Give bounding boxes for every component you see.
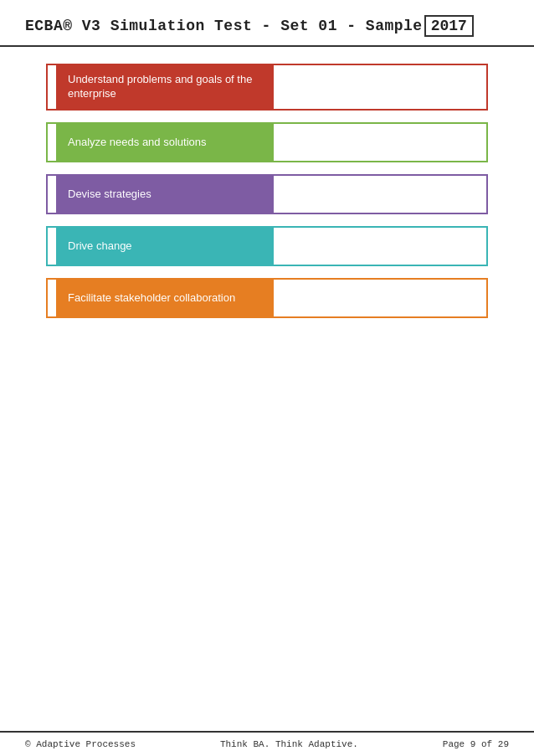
option-item-4[interactable]: Drive change: [46, 226, 488, 266]
option-item-5[interactable]: Facilitate stakeholder collaboration: [46, 278, 488, 318]
option-item-3[interactable]: Devise strategies: [46, 174, 488, 214]
option-bracket-4: [46, 226, 56, 266]
option-bracket-5: [46, 278, 56, 318]
header-title: ECBA® V3 Simulation Test - Set 01 - Samp…: [25, 18, 423, 34]
option-label-4: Drive change: [56, 226, 274, 266]
main-content: Understand problems and goals of the ent…: [0, 47, 534, 731]
footer-copyright: © Adaptive Processes: [25, 739, 136, 749]
option-label-3: Devise strategies: [56, 174, 274, 214]
footer-tagline: Think BA. Think Adaptive.: [220, 739, 358, 749]
option-box-3: [274, 174, 488, 214]
header-year: 2017: [424, 15, 474, 37]
page-footer: © Adaptive Processes Think BA. Think Ada…: [0, 731, 534, 756]
option-item-1[interactable]: Understand problems and goals of the ent…: [46, 64, 488, 111]
option-bracket-1: [46, 64, 56, 111]
page-container: ECBA® V3 Simulation Test - Set 01 - Samp…: [0, 0, 534, 756]
option-label-2: Analyze needs and solutions: [56, 122, 274, 162]
option-box-2: [274, 122, 488, 162]
footer-pagination: Page 9 of 29: [443, 739, 509, 749]
option-bracket-2: [46, 122, 56, 162]
page-header: ECBA® V3 Simulation Test - Set 01 - Samp…: [0, 0, 534, 47]
option-item-2[interactable]: Analyze needs and solutions: [46, 122, 488, 162]
option-box-5: [274, 278, 488, 318]
option-box-4: [274, 226, 488, 266]
option-box-1: [274, 64, 488, 111]
option-bracket-3: [46, 174, 56, 214]
option-label-1: Understand problems and goals of the ent…: [56, 64, 274, 111]
option-label-5: Facilitate stakeholder collaboration: [56, 278, 274, 318]
